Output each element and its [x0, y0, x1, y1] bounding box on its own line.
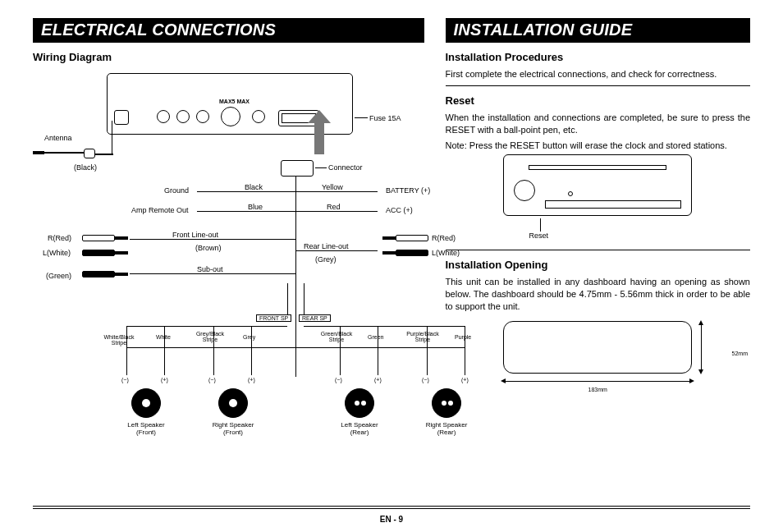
- divider-2: [446, 250, 751, 250]
- label-green-paren: (Green): [46, 272, 71, 280]
- banner-installation: INSTALLATION GUIDE: [446, 18, 751, 43]
- rca-front-r: [82, 232, 131, 244]
- pol-rr-n: (−): [422, 377, 429, 383]
- opening-text: This unit can be installed in any dashbo…: [446, 276, 751, 313]
- label-grey: (Grey): [315, 255, 337, 264]
- label-acc: ACC (+): [386, 206, 413, 214]
- label-fuse: Fuse 15A: [369, 114, 401, 122]
- rca-sub: [82, 268, 131, 280]
- label-wire-gbs: Grey/Black Stripe: [194, 331, 227, 342]
- reset-text-1: When the installation and connections ar…: [446, 112, 751, 136]
- connector-box: [281, 160, 314, 177]
- label-wire-grey: Grey: [243, 334, 255, 340]
- reset-caption: Reset: [529, 232, 549, 240]
- wiring-diagram: MAX5 MAX Fuse 15A Antenna (Black) Connec…: [33, 68, 424, 470]
- pol-lr-n: (−): [335, 377, 342, 383]
- reset-text-2: Note: Press the RESET button will erase …: [446, 140, 751, 152]
- antenna-icon: [33, 149, 98, 157]
- dim-width: 183mm: [588, 387, 607, 392]
- caption-lr: Left Speaker(Rear): [332, 421, 387, 436]
- electrical-connections-section: ELECTRICAL CONNECTIONS Wiring Diagram MA…: [33, 18, 424, 478]
- label-wire-green: Green: [368, 334, 383, 340]
- dim-height: 52mm: [732, 351, 748, 356]
- pol-lr-p: (+): [374, 377, 382, 383]
- footer-rule: [33, 506, 750, 509]
- tag-front-sp: FRONT SP: [256, 314, 291, 322]
- wiring-diagram-heading: Wiring Diagram: [33, 51, 424, 63]
- pol-rf-n: (−): [208, 377, 216, 383]
- arrow-icon: [314, 122, 324, 154]
- label-wire-pbs: Purple/Black Stripe: [404, 331, 442, 342]
- label-rred-1: R(Red): [48, 234, 71, 242]
- label-connector: Connector: [328, 163, 363, 172]
- label-lwhite-2: L(White): [432, 249, 460, 257]
- caption-lf: Left Speaker(Front): [118, 421, 174, 436]
- label-wire-wbs: White/Black Stripe: [98, 334, 140, 346]
- label-blue: Blue: [248, 203, 263, 211]
- label-black-paren: (Black): [74, 163, 97, 172]
- label-battery: BATTERY (+): [386, 186, 430, 195]
- label-antenna: Antenna: [44, 134, 72, 142]
- inst-procedures-text: First complete the electrical connection…: [446, 68, 751, 80]
- speaker-front-right: [218, 388, 248, 418]
- speaker-rear-left: [345, 388, 374, 418]
- pol-rf-p: (+): [248, 377, 255, 383]
- tag-rear-sp: REAR SP: [299, 314, 331, 322]
- label-wire-white: White: [156, 334, 171, 340]
- label-red: Red: [327, 203, 341, 211]
- label-yellow: Yellow: [322, 183, 343, 191]
- label-black: Black: [245, 183, 263, 191]
- label-rear-line: Rear Line-out: [304, 242, 349, 250]
- label-wire-grnbs: Green/Black Stripe: [318, 331, 355, 342]
- reset-button-dot: [568, 191, 573, 196]
- rca-front-l: [82, 247, 131, 259]
- divider: [446, 85, 751, 86]
- label-sub-out: Sub-out: [197, 265, 223, 273]
- label-ground: Ground: [164, 186, 189, 195]
- label-amp-remote: Amp Remote Out: [131, 206, 189, 214]
- caption-rf: Right Speaker(Front): [205, 421, 261, 436]
- rca-rear-l: [379, 247, 428, 259]
- pol-lf-p: (+): [161, 377, 168, 383]
- label-front-line: Front Line-out: [172, 231, 218, 239]
- front-panel-figure: Reset: [446, 154, 751, 245]
- label-max: MAX5 MAX: [219, 99, 250, 104]
- installation-guide-section: INSTALLATION GUIDE Installation Procedur…: [446, 18, 751, 478]
- rca-rear-r: [379, 232, 428, 244]
- reset-heading: Reset: [446, 94, 751, 107]
- pol-lf-n: (−): [121, 377, 129, 383]
- label-brown: (Brown): [195, 244, 222, 252]
- label-lwhite-1: L(White): [43, 249, 71, 257]
- page-number: EN - 9: [0, 515, 783, 524]
- opening-heading: Installation Opening: [446, 259, 751, 271]
- speaker-front-left: [131, 388, 161, 418]
- caption-rr: Right Speaker(Rear): [419, 421, 474, 436]
- banner-electrical: ELECTRICAL CONNECTIONS: [33, 18, 424, 43]
- opening-figure: 183mm 52mm: [446, 321, 751, 403]
- inst-procedures-heading: Installation Procedures: [446, 51, 751, 63]
